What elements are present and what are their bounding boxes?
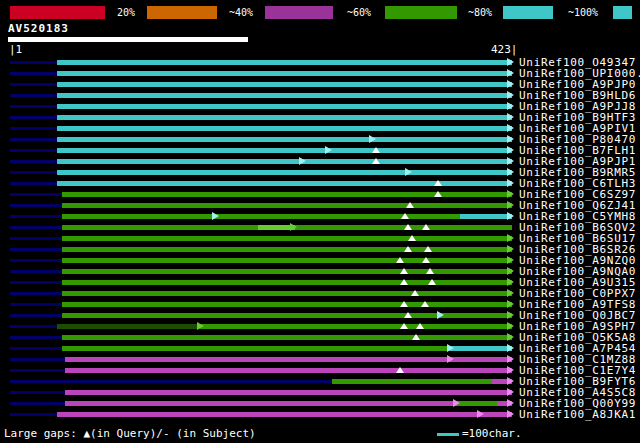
alignment-segment[interactable] [65,368,512,373]
alignment-row[interactable] [10,244,515,255]
alignment-row[interactable] [10,266,515,277]
alignment-row[interactable] [10,398,515,409]
alignment-row[interactable] [10,299,515,310]
alignment-row[interactable] [10,57,515,68]
alignment-segment[interactable] [65,390,512,395]
alignment-segment[interactable] [65,401,456,406]
alignment-segment[interactable] [62,302,512,307]
scale-label: ~60% [333,6,385,19]
alignment-row[interactable] [10,277,515,288]
gap-triangle-icon [422,257,430,263]
unaligned-lead [10,259,62,262]
alignment-row[interactable] [10,387,515,398]
alignment-segment[interactable] [62,313,512,318]
alignment-row[interactable] [10,90,515,101]
query-title: AV520183 [8,22,69,35]
alignment-segment[interactable] [62,236,512,241]
alignment-segment[interactable] [456,401,497,406]
alignment-segment[interactable] [57,159,512,164]
scale-label: 20% [105,6,147,19]
alignment-row[interactable] [10,178,515,189]
alignment-row[interactable] [10,409,515,420]
end-arrow-icon [290,223,297,231]
gap-triangle-icon [396,257,404,263]
unaligned-lead [10,105,57,108]
alignment-segment[interactable] [57,324,200,329]
alignment-row[interactable] [10,365,515,376]
alignment-row[interactable] [10,145,515,156]
end-arrow-icon [507,212,514,220]
end-arrow-icon [507,355,514,363]
alignment-segment[interactable] [450,346,512,351]
segment-arrow-icon [369,135,376,143]
alignment-segment[interactable] [57,126,512,131]
alignment-row[interactable] [10,112,515,123]
alignment-row[interactable] [10,200,515,211]
alignment-segment[interactable] [62,291,512,296]
alignment-row[interactable] [10,156,515,167]
alignment-segment[interactable] [57,170,512,175]
alignment-segment[interactable] [57,115,512,120]
hit-label[interactable]: UniRef100_A8JKA1 [519,409,636,420]
alignment-segment[interactable] [57,71,512,76]
alignment-segment[interactable] [57,104,512,109]
alignment-segment[interactable] [332,379,492,384]
alignment-row[interactable] [10,79,515,90]
segment-arrow-icon [325,146,332,154]
alignment-segment[interactable] [200,324,512,329]
alignment-row[interactable] [10,68,515,79]
unaligned-lead [10,292,62,295]
alignment-segment[interactable] [62,346,450,351]
unaligned-lead [10,369,65,372]
alignment-segment[interactable] [57,181,512,186]
alignment-row[interactable] [10,321,515,332]
end-arrow-icon [507,135,514,143]
end-arrow-icon [507,311,514,319]
gap-triangle-icon [372,158,380,164]
alignment-row[interactable] [10,134,515,145]
alignment-segment[interactable] [62,192,512,197]
alignment-segment[interactable] [57,82,512,87]
alignment-segment[interactable] [62,247,512,252]
alignment-segment[interactable] [57,93,512,98]
gap-triangle-icon [400,279,408,285]
alignment-segment[interactable] [62,258,512,263]
end-arrow-icon [507,267,514,275]
alignment-segment[interactable] [57,412,512,417]
alignment-row[interactable] [10,332,515,343]
alignment-row[interactable] [10,288,515,299]
end-arrow-icon [507,410,514,418]
alignment-segment[interactable] [62,203,512,208]
alignment-row[interactable] [10,233,515,244]
gap-triangle-icon [426,268,434,274]
alignment-row[interactable] [10,189,515,200]
alignment-row[interactable] [10,354,515,365]
alignment-row[interactable] [10,211,515,222]
alignment-row[interactable] [10,310,515,321]
alignment-segment[interactable] [460,214,512,219]
alignment-segment[interactable] [57,60,512,65]
alignment-row[interactable] [10,343,515,354]
alignment-row[interactable] [10,101,515,112]
alignment-segment[interactable] [57,137,512,142]
scale-segment [613,6,632,19]
unaligned-lead [10,61,57,64]
unaligned-lead [10,171,57,174]
scale-legend: =100char. [437,427,522,440]
unaligned-lead [10,204,62,207]
alignment-segment[interactable] [62,280,512,285]
alignment-segment[interactable] [62,335,512,340]
segment-arrow-icon [405,168,412,176]
gap-triangle-icon [404,312,412,318]
alignment-row[interactable] [10,255,515,266]
unaligned-lead [10,391,65,394]
alignment-segment[interactable] [62,269,512,274]
alignment-row[interactable] [10,376,515,387]
alignment-row[interactable] [10,123,515,134]
alignment-row[interactable] [10,222,515,233]
unaligned-lead [10,215,62,218]
alignment-segment[interactable] [57,148,512,153]
segment-arrow-icon [453,399,460,407]
alignment-segment[interactable] [65,357,512,362]
alignment-row[interactable] [10,167,515,178]
